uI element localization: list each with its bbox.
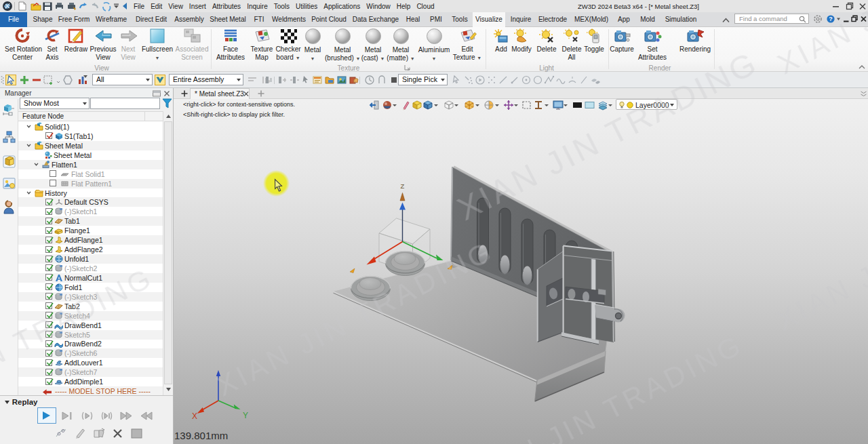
svg-text:?: ?: [829, 16, 833, 22]
svg-text:X: X: [192, 411, 197, 421]
svg-text:Y: Y: [243, 411, 248, 420]
svg-text:Z: Z: [401, 182, 405, 190]
